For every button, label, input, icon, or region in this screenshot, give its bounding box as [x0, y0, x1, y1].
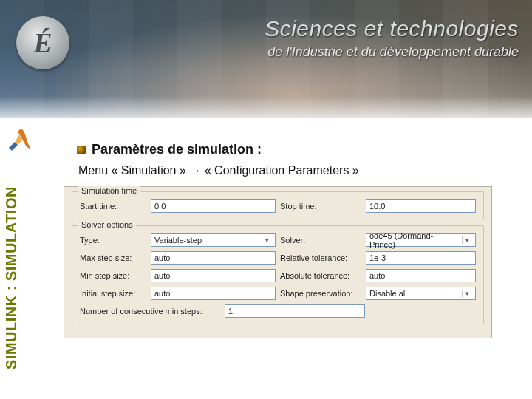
label-shape-pres: Shape preservation:: [280, 289, 361, 298]
group-title-simtime: Simulation time: [78, 186, 140, 195]
label-start-time: Start time:: [80, 202, 146, 211]
label-rel-tol: Relative tolerance:: [280, 253, 361, 262]
sidebar-label: SIMULINK : SIMULATION: [3, 186, 20, 369]
heading-text: Paramètres de simulation :: [92, 142, 262, 157]
input-max-step[interactable]: auto: [151, 251, 276, 265]
label-type: Type:: [80, 236, 146, 245]
select-type[interactable]: Variable-step ▾: [151, 233, 276, 247]
config-panel: Simulation time Start time: 0.0 Stop tim…: [64, 186, 492, 338]
input-abs-tol[interactable]: auto: [366, 269, 476, 282]
group-simulation-time: Simulation time Start time: 0.0 Stop tim…: [72, 191, 484, 219]
label-solver: Solver:: [280, 236, 361, 245]
group-title-solver: Solver options: [78, 220, 136, 229]
logo-badge-letter: É: [33, 27, 52, 59]
input-min-step[interactable]: auto: [151, 269, 276, 282]
input-start-time[interactable]: 0.0: [151, 200, 276, 213]
bullet-icon: [77, 146, 86, 154]
label-abs-tol: Absolute tolerance:: [280, 271, 361, 280]
input-init-step[interactable]: auto: [151, 287, 276, 300]
banner-subtitle: de l'Industrie et du développement durab…: [265, 44, 519, 60]
label-init-step: Initial step size:: [80, 289, 146, 298]
logo-badge: É: [16, 16, 69, 69]
menu-path-text: Menu « Simulation » → « Configuration Pa…: [78, 164, 359, 177]
group-solver-options: Solver options Type: Variable-step ▾ Sol…: [72, 225, 484, 324]
label-stop-time: Stop time:: [280, 202, 361, 211]
chevron-down-icon: ▾: [462, 236, 472, 244]
select-solver[interactable]: ode45 (Dormand-Prince) ▾: [366, 233, 476, 247]
select-shape-pres[interactable]: Disable all ▾: [366, 287, 476, 300]
input-consec-min[interactable]: 1: [225, 304, 365, 318]
matlab-logo-icon: [4, 127, 34, 157]
chevron-down-icon: ▾: [262, 236, 272, 244]
chevron-down-icon: ▾: [462, 290, 472, 297]
banner-fade: [0, 96, 532, 140]
banner-title: Sciences et technologies: [265, 16, 519, 41]
label-max-step: Max step size:: [80, 253, 146, 262]
input-rel-tol[interactable]: 1e-3: [366, 251, 476, 265]
section-heading: Paramètres de simulation :: [77, 142, 262, 157]
input-stop-time[interactable]: 10.0: [366, 200, 476, 213]
label-consec-min: Number of consecutive min steps:: [80, 307, 220, 316]
label-min-step: Min step size:: [80, 271, 146, 280]
banner-title-block: Sciences et technologies de l'Industrie …: [265, 16, 519, 60]
